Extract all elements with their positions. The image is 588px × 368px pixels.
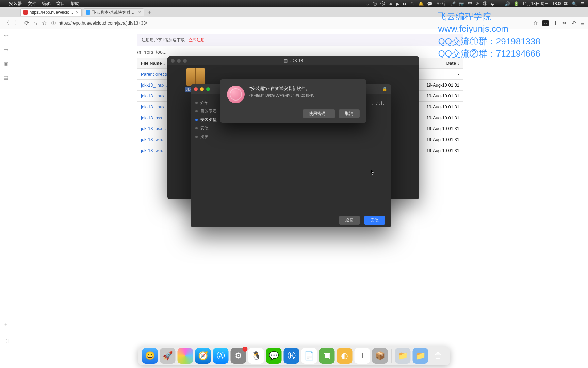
auth-title: "安装器"正在尝试安装新软件。 <box>249 86 317 92</box>
play-icon[interactable]: ▶ <box>396 1 399 6</box>
step-dot-icon <box>195 127 198 129</box>
file-link[interactable]: jdk-13_win... <box>141 137 166 142</box>
heart-icon[interactable]: ♡ <box>411 1 415 6</box>
bluetooth-icon[interactable]: ⬙ <box>491 1 494 6</box>
control-center-icon[interactable]: ☰ <box>581 1 585 6</box>
collapse-sidebar-button[interactable]: 〈| <box>3 338 9 344</box>
dock-notes[interactable]: 📄 <box>301 348 317 364</box>
reading-icon[interactable]: ▭ <box>3 47 9 53</box>
dock-qq[interactable]: 🐧 <box>248 348 264 364</box>
next-track-icon[interactable]: ⏭ <box>403 1 407 6</box>
dock-folder2[interactable]: 📁 <box>413 348 428 364</box>
file-link[interactable]: jdk-13_linux... <box>141 104 168 109</box>
bell-icon[interactable]: 🔔 <box>418 1 424 6</box>
dock-safari[interactable]: 🧭 <box>195 348 211 364</box>
installer-step: 安装 <box>195 125 233 131</box>
scissors-icon[interactable]: ✂ <box>562 20 567 26</box>
macos-menubar: 安装器 文件 编辑 窗口 帮助 ⌵ ㊥ Ⓚ ⏮ ▶ ⏭ ♡ 🔔 💬 709字 🎤… <box>0 0 588 7</box>
download-icon[interactable]: ⬇ <box>553 20 558 26</box>
history-icon[interactable]: ▣ <box>3 61 9 67</box>
bookmark-icon[interactable]: ☆ <box>533 20 538 26</box>
menubar-date[interactable]: 11月18日 周三 <box>522 1 549 7</box>
dock-finder[interactable]: 😀 <box>142 348 158 364</box>
video-icon[interactable]: 📷 <box>459 1 464 6</box>
step-dot-icon <box>195 136 198 138</box>
banner-text: 注册用户享1倍加速下载 <box>142 37 185 42</box>
extension-icon[interactable]: ∷ <box>542 20 549 26</box>
cancel-button[interactable]: 取消 <box>339 109 360 118</box>
step-label: 介绍 <box>200 100 209 106</box>
dock-browser[interactable] <box>178 348 193 364</box>
sync-icon[interactable]: ⟳ <box>476 1 479 6</box>
traffic-lights[interactable] <box>171 59 187 63</box>
dock-camtasia[interactable]: ▣ <box>319 348 335 364</box>
mic-icon[interactable]: 🎤 <box>450 1 456 6</box>
lock-icon[interactable]: 🔒 <box>382 87 387 91</box>
chat-icon[interactable]: 💬 <box>427 1 432 6</box>
dock-trash[interactable]: 🗑 <box>430 348 446 364</box>
menubar-item-help[interactable]: 帮助 <box>70 1 79 7</box>
traffic-lights[interactable] <box>194 87 210 91</box>
dock: 😀 🚀 🧭 Ⓐ ⚙ 🐧 💬 Ⓚ 📄 ▣ ◐ T 📦 📁 📁 🗑 <box>138 346 450 365</box>
back-button[interactable]: 返回 <box>339 216 360 225</box>
auth-subtitle: 使用触控ID或输入密码以允许此次操作。 <box>249 93 317 98</box>
tab-huaweicloud[interactable]: https://repo.huaweicloud.con ✕ <box>20 8 82 16</box>
step-dot-icon <box>195 102 198 104</box>
use-password-button[interactable]: 使用密码... <box>303 109 335 118</box>
star-button[interactable]: ☆ <box>42 20 47 26</box>
url-bar[interactable]: ⓘ https://repo.huaweicloud.com/java/jdk/… <box>51 20 529 26</box>
installer-step: 摘要 <box>195 134 233 140</box>
step-label: 安装类型 <box>200 117 217 123</box>
dmg-titlebar[interactable]: ▥JDK 13 <box>167 56 419 65</box>
s-icon[interactable]: Ⓢ <box>483 1 487 7</box>
step-label: 摘要 <box>200 134 209 140</box>
volume-icon[interactable]: 🔊 <box>505 1 510 6</box>
forward-button[interactable]: 〉 <box>14 19 20 27</box>
home-button[interactable]: ⌂ <box>34 20 37 26</box>
favorites-icon[interactable]: ☆ <box>4 33 9 39</box>
dock-settings[interactable]: ⚙ <box>231 348 246 364</box>
reload-button[interactable]: ⟳ <box>24 20 29 26</box>
add-panel-button[interactable]: + <box>4 321 7 327</box>
menubar-item-window[interactable]: 窗口 <box>56 1 65 7</box>
url-text: https://repo.huaweicloud.com/java/jdk/13… <box>59 20 147 26</box>
wechat-menulet-icon[interactable]: ⌵ <box>366 1 369 6</box>
menubar-item-file[interactable]: 文件 <box>28 1 36 7</box>
file-link[interactable]: jdk-13_linux... <box>141 82 168 88</box>
dock-folder1[interactable]: 📁 <box>395 348 411 364</box>
dock-potplayer[interactable]: ◐ <box>337 348 353 364</box>
dock-kugou[interactable]: Ⓚ <box>284 348 299 364</box>
new-tab-button[interactable]: + <box>146 9 154 15</box>
undo-icon[interactable]: ↶ <box>572 20 576 26</box>
file-link[interactable]: jdk-13_linux... <box>141 93 168 98</box>
back-button[interactable]: 〈 <box>4 19 10 27</box>
file-link[interactable]: jdk-13_osx... <box>141 126 166 131</box>
register-link[interactable]: 立即注册 <box>189 37 205 42</box>
package-icon <box>186 68 205 86</box>
lang-icon[interactable]: 中 <box>468 1 472 7</box>
dock-installer[interactable]: 📦 <box>372 348 388 364</box>
prev-track-icon[interactable]: ⏮ <box>388 1 393 6</box>
tab-feiyun[interactable]: 飞云脚本-八戒快客财神汇月 ✕ <box>83 8 144 16</box>
dock-wechat[interactable]: 💬 <box>266 348 282 364</box>
menu-icon[interactable]: ≡ <box>581 20 584 26</box>
spotlight-icon[interactable]: 🔍 <box>572 1 577 6</box>
file-link[interactable]: jdk-13_osx... <box>141 115 166 120</box>
close-icon[interactable]: ✕ <box>138 10 141 15</box>
file-link[interactable]: jdk-13_win... <box>141 148 166 153</box>
menubar-time[interactable]: 18:00:00 <box>552 1 568 6</box>
battery-icon[interactable]: 🔋 <box>513 1 519 6</box>
word-count: 709字 <box>436 1 447 7</box>
wifi-icon[interactable]: ⥣ <box>497 1 501 6</box>
menubar-item-edit[interactable]: 编辑 <box>42 1 51 7</box>
kugou-menulet-icon[interactable]: Ⓚ <box>380 1 385 7</box>
menubar-app[interactable]: 安装器 <box>9 1 22 7</box>
browser-tabbar: https://repo.huaweicloud.con ✕ 飞云脚本-八戒快客… <box>0 7 588 17</box>
downloads-icon[interactable]: ▤ <box>3 75 9 81</box>
dock-launchpad[interactable]: 🚀 <box>160 348 176 364</box>
dock-textedit[interactable]: T <box>355 348 370 364</box>
dock-appstore[interactable]: Ⓐ <box>213 348 229 364</box>
close-icon[interactable]: ✕ <box>76 10 79 15</box>
install-button[interactable]: 安装 <box>364 216 385 225</box>
input-menulet-icon[interactable]: ㊥ <box>373 1 377 7</box>
